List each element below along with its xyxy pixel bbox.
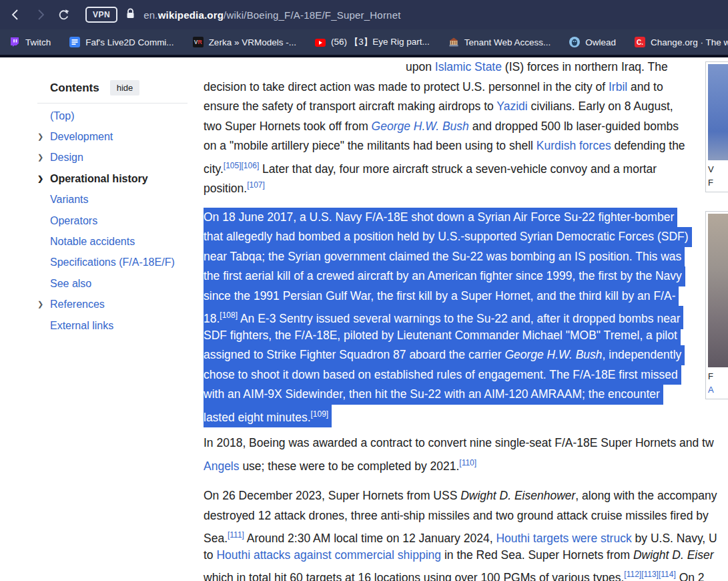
text-line: ensure the safety of transport aircraft … xyxy=(204,97,728,117)
toc-item-label: See also xyxy=(50,278,91,290)
chevron-right-icon[interactable]: ❯ xyxy=(37,132,43,141)
ref-link[interactable]: [114] xyxy=(659,570,676,579)
wiki-link[interactable]: Islamic State xyxy=(435,60,502,73)
text-run: ensure the safety of transport aircraft … xyxy=(204,100,496,113)
youtube-icon xyxy=(315,39,326,47)
text-run: the first aerial kill of a crewed aircra… xyxy=(204,269,682,282)
text-run: lasted eight minutes. xyxy=(204,411,311,424)
bookmark-changeorg[interactable]: C. Change.org · The w. xyxy=(635,37,728,47)
toc-item-top[interactable]: (Top) xyxy=(37,106,201,126)
text-run: (IS) forces in northern Iraq. The xyxy=(502,60,668,73)
text-run: decision to take direct action was made … xyxy=(204,80,609,93)
ref-link[interactable]: [113] xyxy=(641,570,659,579)
text-line: Sea.[111] Around 2:30 AM local time on 1… xyxy=(204,526,728,546)
ref-link[interactable]: [108] xyxy=(220,311,238,320)
wiki-link[interactable]: George H.W. Bush xyxy=(372,120,469,133)
bookmark-owlead[interactable]: Owlead xyxy=(569,37,616,47)
text-line: Angels use; these were to be completed b… xyxy=(204,453,728,473)
wiki-link[interactable]: Irbil xyxy=(609,80,627,93)
wiki-link[interactable]: Yazidi xyxy=(496,100,527,113)
toc-item-design[interactable]: ❯Design xyxy=(37,148,201,168)
bookmark-fafs-live2d[interactable]: Faf's Live2D Commi... xyxy=(69,37,173,47)
thumbnail-1-caption: V F xyxy=(708,160,728,190)
chevron-right-icon[interactable]: ❯ xyxy=(37,174,43,183)
thumbnail-2[interactable]: F A xyxy=(705,211,728,399)
url-bar[interactable]: en.wikipedia.org/wiki/Boeing_F/A-18E/F_S… xyxy=(125,8,400,22)
ref-link[interactable]: [112] xyxy=(624,570,641,579)
article-paragraph: In 2018, Boeing was awarded a contract t… xyxy=(204,433,728,473)
back-button[interactable] xyxy=(6,5,26,25)
text-run: civilians. Early on 8 August, xyxy=(528,100,673,113)
vpn-extension-badge[interactable]: VPN xyxy=(85,7,117,23)
text-run: near Tabqa; the Syrian government claime… xyxy=(204,250,681,263)
ref-link[interactable]: [109] xyxy=(311,409,329,419)
building-icon xyxy=(448,37,459,47)
bookmark-label: Owlead xyxy=(585,37,616,47)
text-line: destroyed 12 attack drones, three anti-s… xyxy=(204,506,728,526)
thumbnail-1[interactable]: V F xyxy=(705,61,728,192)
text-run: and to xyxy=(627,80,663,93)
text-run: that allegedly had bombed a position hel… xyxy=(204,230,689,243)
text-line: In 2018, Boeing was awarded a contract t… xyxy=(204,433,728,453)
changeorg-icon: C. xyxy=(635,37,645,47)
thumbnail-2-image[interactable] xyxy=(708,214,728,367)
text-line: which in total hit 60 targets at 16 loca… xyxy=(204,565,728,581)
thumbnail-1-image[interactable] xyxy=(708,64,728,160)
text-run: upon xyxy=(406,60,435,73)
text-line: decision to take direct action was made … xyxy=(204,77,728,98)
text-run: Around 2:30 AM local time on 12 January … xyxy=(244,532,496,545)
bookmark-tenant-web-access[interactable]: Tenant Web Access... xyxy=(448,37,551,47)
thumbnail-2-caption: F A xyxy=(708,367,728,397)
text-line: chose to shoot it down based on establis… xyxy=(204,365,728,385)
toc-item-specifications-f-a-e-f[interactable]: Specifications (F/A-18E/F) xyxy=(37,252,201,273)
bookmarks-bar: Twitch Faf's Live2D Commi... VR Zerka » … xyxy=(0,29,728,57)
text-line: with an AIM-9X Sidewinder, then hit the … xyxy=(204,385,728,405)
reload-button[interactable] xyxy=(54,5,74,25)
toc-item-operators[interactable]: Operators xyxy=(37,210,201,231)
text-run: by U.S. Navy, U xyxy=(632,532,717,545)
wiki-link[interactable]: Angels xyxy=(204,459,240,473)
toc-item-references[interactable]: ❯References xyxy=(37,295,201,315)
text-run: defending the xyxy=(611,139,685,152)
text-run: assigned to Strike Fighter Squadron 87 a… xyxy=(204,348,504,361)
text-run: On 18 June 2017, a U.S. Navy F/A-18E sho… xyxy=(204,210,674,224)
text-line: On 26 December 2023, Super Hornets from … xyxy=(204,486,728,506)
toc-item-see-also[interactable]: See also xyxy=(37,273,201,294)
ref-link[interactable]: [105] xyxy=(224,161,242,170)
toc-item-notable-accidents[interactable]: Notable accidents xyxy=(37,231,201,252)
bookmark-vrmodels[interactable]: VR Zerka » VRModels -... xyxy=(193,37,296,47)
toc-item-label: Notable accidents xyxy=(50,236,135,248)
text-run: which in total hit 60 targets at 16 loca… xyxy=(204,571,624,581)
wiki-link[interactable]: Houthi targets were struck xyxy=(496,532,631,545)
ref-link[interactable]: [106] xyxy=(242,161,260,170)
text-line: position.[107] xyxy=(204,176,728,196)
toc-item-external-links[interactable]: External links xyxy=(37,315,201,336)
bookmark-youtube[interactable]: (56) 【3】Eye Rig part... xyxy=(315,36,430,48)
text-line: city.[105][106] Later that day, four mor… xyxy=(204,156,728,176)
ref-link[interactable]: [111] xyxy=(228,530,244,540)
ref-link[interactable]: [110] xyxy=(459,458,476,467)
toc-item-label: Development xyxy=(50,131,113,143)
toc-item-development[interactable]: ❯Development xyxy=(37,126,201,147)
text-run: 18. xyxy=(204,312,220,325)
toc-item-label: Design xyxy=(50,152,83,164)
toc-hide-button[interactable]: hide xyxy=(110,80,140,95)
text-run: On 26 December 2023, Super Hornets from … xyxy=(204,489,460,502)
wiki-link[interactable]: A xyxy=(708,385,714,395)
lock-icon xyxy=(125,8,135,22)
text-run: position. xyxy=(204,182,247,195)
bookmark-label: Faf's Live2D Commi... xyxy=(85,37,173,47)
chevron-right-icon[interactable]: ❯ xyxy=(37,153,43,162)
toc-item-label: Variants xyxy=(50,194,89,206)
chevron-right-icon[interactable]: ❯ xyxy=(37,300,43,309)
italic-text: Dwight D. Eisenhower xyxy=(460,489,575,502)
url-text[interactable]: en.wikipedia.org/wiki/Boeing_F/A-18E/F_S… xyxy=(143,9,400,21)
wiki-link[interactable]: Kurdish forces xyxy=(536,139,611,152)
bookmark-twitch[interactable]: Twitch xyxy=(9,37,51,47)
toc-item-variants[interactable]: Variants xyxy=(37,190,201,210)
wiki-link[interactable]: Houthi attacks against commercial shippi… xyxy=(216,548,441,562)
ref-link[interactable]: [107] xyxy=(247,180,265,190)
toc-item-operational-history[interactable]: ❯Operational history xyxy=(37,168,201,189)
text-line: since the 1991 Persian Gulf War, the fir… xyxy=(204,286,728,307)
forward-button[interactable] xyxy=(30,5,50,25)
